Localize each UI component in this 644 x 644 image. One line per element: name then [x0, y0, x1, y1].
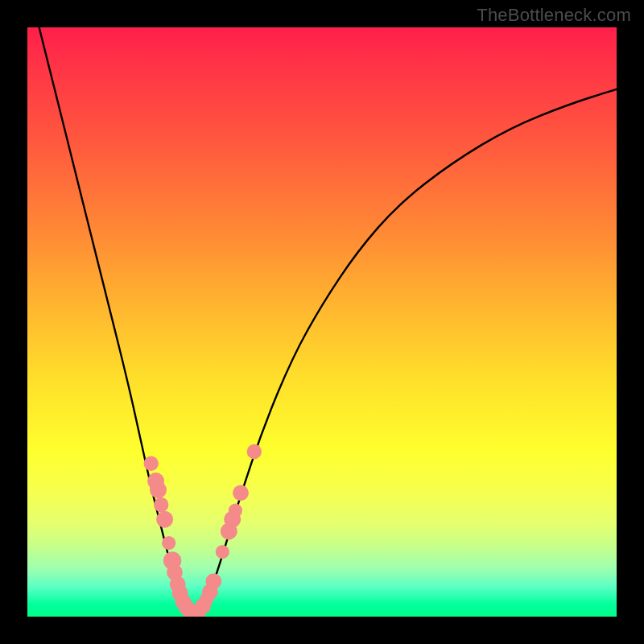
- marker-dot: [229, 504, 242, 518]
- marker-dot: [216, 545, 229, 559]
- marker-dot: [233, 485, 249, 501]
- curve-layer: [27, 27, 617, 617]
- marker-dot: [154, 497, 168, 512]
- marker-dot: [144, 456, 159, 471]
- watermark-text: TheBottleneck.com: [477, 5, 631, 26]
- marker-dot: [162, 536, 175, 550]
- marker-dot: [150, 481, 167, 498]
- marker-dot: [247, 444, 262, 459]
- marker-dot: [156, 511, 173, 528]
- marker-dot: [205, 573, 221, 589]
- chart-frame: TheBottleneck.com: [0, 0, 644, 644]
- bottleneck-curve: [39, 27, 617, 612]
- plot-area: [27, 27, 617, 617]
